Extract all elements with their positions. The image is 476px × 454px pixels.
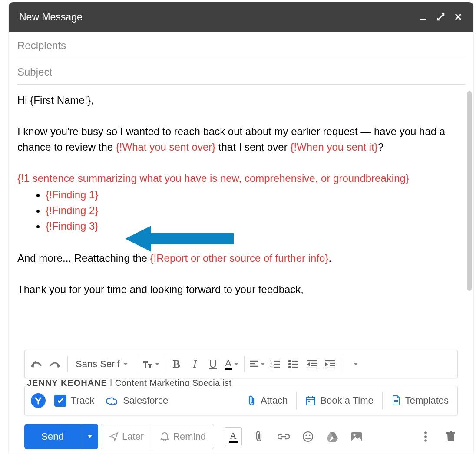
discard-draft-button[interactable]	[444, 430, 458, 444]
svg-point-15	[289, 366, 291, 368]
chevron-down-icon	[88, 435, 92, 438]
formatting-options-button[interactable]: A	[225, 427, 242, 446]
svg-rect-30	[306, 397, 315, 405]
svg-point-37	[303, 432, 313, 441]
recipients-placeholder: Recipients	[17, 39, 66, 51]
svg-rect-46	[450, 431, 452, 432]
merge-token: {!When you sent it}	[290, 141, 377, 153]
align-button[interactable]	[249, 355, 265, 373]
send-later-button[interactable]: Later	[101, 424, 152, 449]
insert-emoji-button[interactable]	[301, 430, 315, 444]
message-body[interactable]: Hi {First Name!}, I know you're busy so …	[9, 85, 473, 336]
svg-rect-0	[420, 19, 426, 20]
calendar-icon	[305, 395, 316, 406]
templates-button[interactable]: Templates	[389, 390, 451, 411]
insert-image-button[interactable]	[350, 430, 364, 444]
redo-button[interactable]	[46, 355, 63, 373]
text: ?	[378, 141, 383, 153]
subject-field[interactable]: Subject	[17, 58, 465, 85]
compose-window: New Message Recipients Subject Hi	[9, 2, 473, 454]
attach-button[interactable]: Attach	[244, 390, 290, 411]
svg-text:3: 3	[270, 366, 272, 368]
font-size-select[interactable]	[140, 355, 159, 373]
merge-token: {!Finding 3}	[46, 220, 98, 232]
chevron-down-icon	[155, 363, 159, 365]
svg-text:2: 2	[270, 363, 272, 366]
send-button[interactable]: Send	[24, 424, 81, 449]
font-family-select[interactable]: Sans Serif	[72, 355, 131, 373]
chevron-down-icon	[261, 363, 265, 365]
expand-icon[interactable]	[436, 12, 446, 22]
text: Thank you for your time and looking forw…	[17, 283, 304, 295]
recipients-field[interactable]: Recipients	[17, 32, 465, 58]
svg-marker-28	[325, 362, 328, 366]
svg-marker-23	[307, 362, 310, 366]
format-toolbar: Sans Serif B I U A 123	[24, 350, 458, 378]
text: that I sent over	[215, 141, 290, 153]
book-label: Book a Time	[320, 395, 373, 406]
findings-list: {!Finding 1} {!Finding 2} {!Finding 3}	[17, 187, 465, 234]
more-options-button[interactable]	[419, 430, 433, 444]
window-title: New Message	[19, 11, 419, 23]
svg-point-41	[353, 434, 355, 436]
svg-point-14	[289, 363, 291, 365]
undo-button[interactable]	[28, 355, 45, 373]
list-item: {!Finding 2}	[46, 203, 465, 218]
chevron-down-icon	[123, 363, 128, 365]
cloud-icon	[106, 396, 119, 405]
book-time-button[interactable]: Book a Time	[303, 390, 376, 411]
svg-point-42	[424, 431, 427, 434]
attach-label: Attach	[261, 395, 288, 406]
window-header: New Message	[9, 2, 473, 32]
svg-point-39	[309, 434, 310, 436]
later-label: Later	[122, 431, 144, 442]
chevron-down-icon	[354, 363, 358, 365]
more-formatting-button[interactable]	[347, 355, 364, 373]
subject-placeholder: Subject	[17, 66, 52, 78]
merge-token: {!Report or other source of further info…	[150, 252, 329, 264]
list-item: {!Finding 1}	[46, 187, 465, 203]
insert-link-button[interactable]	[277, 430, 291, 444]
document-icon	[391, 395, 401, 406]
insert-drive-button[interactable]	[325, 430, 339, 444]
font-family-label: Sans Serif	[76, 359, 120, 370]
italic-button[interactable]: I	[187, 355, 203, 373]
numbered-list-button[interactable]: 123	[267, 355, 284, 373]
close-icon[interactable]	[453, 12, 463, 22]
track-toggle[interactable]: Track	[52, 390, 97, 411]
send-icon	[109, 432, 119, 441]
merge-token: {!Finding 2}	[46, 204, 98, 216]
scrollbar[interactable]	[467, 91, 472, 291]
bold-button[interactable]: B	[169, 355, 185, 373]
svg-point-43	[424, 435, 427, 438]
salesforce-button[interactable]: Salesforce	[103, 390, 171, 411]
remind-button[interactable]: Remind	[152, 424, 214, 449]
track-label: Track	[71, 395, 94, 406]
svg-point-38	[305, 434, 307, 436]
templates-label: Templates	[405, 395, 449, 406]
text: Hi	[17, 94, 30, 106]
merge-token: {!What you sent over}	[116, 141, 215, 153]
merge-token: {First Name!}	[30, 94, 91, 106]
underline-button[interactable]: U	[205, 355, 221, 373]
extension-toolbar: Track Salesforce Attach Book a Time Temp…	[24, 386, 458, 415]
salesforce-label: Salesforce	[123, 395, 168, 406]
minimize-icon[interactable]	[419, 12, 428, 22]
svg-text:1: 1	[270, 360, 272, 363]
text-color-button[interactable]: A	[223, 355, 240, 373]
text: .	[328, 252, 331, 264]
svg-point-44	[424, 439, 427, 442]
bottom-action-bar: Send Later Remind A	[24, 424, 458, 449]
merge-token: {!1 sentence summarizing what you have i…	[17, 172, 409, 184]
indent-less-button[interactable]	[304, 355, 320, 373]
send-options-button[interactable]	[81, 424, 98, 449]
bullet-list-button[interactable]	[285, 355, 302, 373]
attach-file-button[interactable]	[252, 430, 266, 444]
bell-icon	[160, 431, 169, 442]
checkbox-checked-icon	[54, 395, 66, 407]
svg-rect-45	[446, 432, 455, 434]
chevron-down-icon	[234, 363, 238, 365]
indent-more-button[interactable]	[322, 355, 338, 373]
svg-point-13	[289, 360, 291, 362]
yesware-logo-icon[interactable]	[31, 393, 46, 408]
